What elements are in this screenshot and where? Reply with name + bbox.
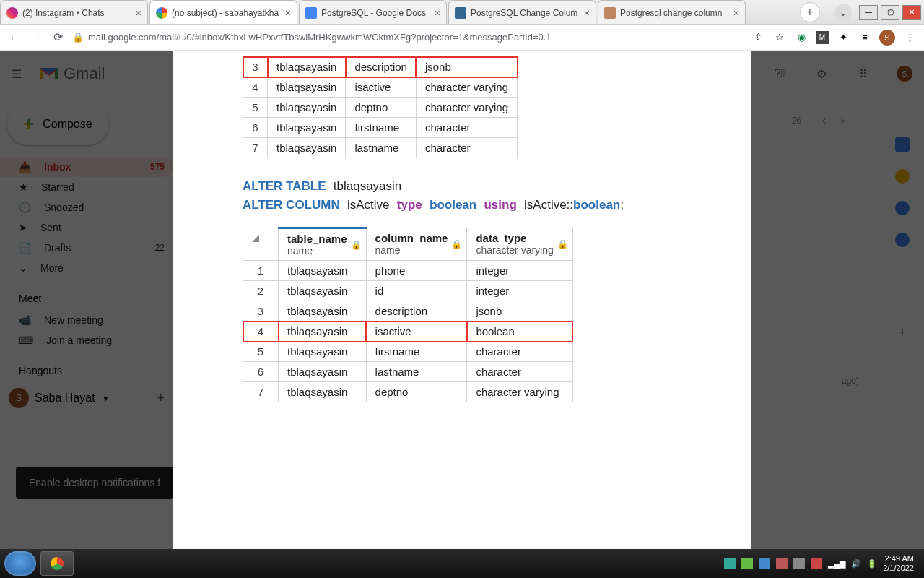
- reading-list-icon[interactable]: ≡: [858, 30, 872, 45]
- battery-icon[interactable]: 🔋: [867, 559, 877, 569]
- tab-label: (2) Instagram • Chats: [22, 8, 131, 18]
- cell-table-name: tblaqsayasin: [279, 301, 367, 322]
- flag-icon[interactable]: [811, 558, 822, 569]
- cell-table-name: tblaqsayasin: [268, 118, 346, 138]
- clock-date: 2/1/2022: [883, 564, 914, 573]
- reload-button[interactable]: ⟳: [51, 30, 65, 45]
- row-index: 5: [243, 342, 279, 362]
- close-icon[interactable]: ×: [584, 7, 590, 19]
- cell-data-type: character varying: [416, 77, 517, 98]
- row-index: 7: [243, 138, 268, 158]
- tray-icon[interactable]: [776, 558, 788, 569]
- tab-label: PostgreSQL - Google Docs: [321, 8, 430, 18]
- new-tab-button[interactable]: +: [800, 2, 820, 22]
- tab-instagram[interactable]: (2) Instagram • Chats ×: [0, 0, 148, 24]
- col-header-column-name[interactable]: column_namename🔒: [366, 228, 467, 261]
- table-row[interactable]: 7tblaqsayasindeptnocharacter varying: [243, 382, 573, 402]
- col-header-data-type[interactable]: data_typecharacter varying🔒: [467, 228, 572, 261]
- wifi-icon[interactable]: ▂▄▆: [828, 559, 845, 569]
- chrome-avatar[interactable]: S: [879, 30, 895, 46]
- volume-icon[interactable]: 🔊: [851, 559, 861, 569]
- close-icon[interactable]: ×: [733, 7, 739, 19]
- cell-table-name: tblaqsayasin: [268, 57, 346, 77]
- cell-data-type: character: [416, 138, 517, 158]
- chrome-profile-button[interactable]: ⌄: [834, 4, 852, 21]
- cell-table-name: tblaqsayasin: [268, 98, 346, 118]
- cell-column-name: lastname: [346, 138, 417, 158]
- col-header-table-name[interactable]: table_namename🔒: [279, 228, 367, 261]
- cell-column-name: isactive: [366, 322, 467, 342]
- lock-icon: 🔒: [451, 239, 462, 249]
- extension-m-icon[interactable]: M: [816, 31, 829, 44]
- minimize-button[interactable]: —: [859, 5, 878, 20]
- tray-icon[interactable]: [759, 558, 770, 569]
- cell-table-name: tblaqsayasin: [279, 342, 367, 362]
- row-index: 7: [243, 382, 279, 402]
- row-index: 3: [243, 301, 279, 322]
- cell-data-type: boolean: [467, 322, 572, 342]
- attachment-lightbox: 3tblaqsayasindescriptionjsonb4tblaqsayas…: [173, 51, 751, 549]
- cell-data-type: character: [416, 118, 517, 138]
- table-row[interactable]: 1tblaqsayasinphoneinteger: [243, 261, 573, 281]
- window-controls: — ▢ ✕: [859, 0, 924, 24]
- table-row[interactable]: 3tblaqsayasindescriptionjsonb: [243, 57, 518, 77]
- table-row[interactable]: 7tblaqsayasinlastnamecharacter: [243, 138, 518, 158]
- bookmark-star-icon[interactable]: ☆: [772, 30, 787, 45]
- tab-pg-column[interactable]: Postgresql change column ×: [598, 0, 746, 24]
- row-index: 2: [243, 281, 279, 301]
- cell-column-name: lastname: [366, 362, 467, 382]
- chrome-icon: [51, 557, 64, 570]
- corner-cell: [243, 228, 279, 261]
- chrome-menu-icon[interactable]: ⋮: [902, 30, 917, 45]
- tab-gmail[interactable]: (no subject) - sabahayatkha ×: [149, 0, 297, 24]
- table-row[interactable]: 6tblaqsayasinfirstnamecharacter: [243, 118, 518, 138]
- cell-data-type: character varying: [416, 98, 517, 118]
- tray-icon[interactable]: [724, 558, 736, 569]
- tray-icon[interactable]: [741, 558, 753, 569]
- table-row[interactable]: 4tblaqsayasinisactivecharacter varying: [243, 77, 518, 98]
- url-field[interactable]: 🔒 mail.google.com/mail/u/0/#inbox/KtbxLw…: [72, 32, 744, 43]
- table-row[interactable]: 3tblaqsayasindescriptionjsonb: [243, 301, 573, 322]
- close-icon[interactable]: ×: [285, 7, 291, 19]
- cell-data-type: jsonb: [467, 301, 572, 322]
- instagram-icon: [6, 7, 18, 19]
- table-row[interactable]: 5tblaqsayasindeptnocharacter varying: [243, 98, 518, 118]
- share-icon[interactable]: ⇪: [751, 30, 765, 45]
- tab-label: (no subject) - sabahayatkha: [172, 8, 281, 18]
- row-index: 5: [243, 98, 268, 118]
- cell-table-name: tblaqsayasin: [268, 77, 346, 98]
- cell-table-name: tblaqsayasin: [279, 382, 367, 402]
- table-row[interactable]: 4tblaqsayasinisactiveboolean: [243, 322, 573, 342]
- close-icon[interactable]: ×: [435, 7, 440, 19]
- row-index: 4: [243, 77, 268, 98]
- tray-icon[interactable]: [793, 558, 805, 569]
- cell-table-name: tblaqsayasin: [279, 322, 367, 342]
- maximize-button[interactable]: ▢: [881, 5, 899, 20]
- start-button[interactable]: [4, 551, 36, 576]
- cell-table-name: tblaqsayasin: [279, 281, 367, 301]
- tab-docs[interactable]: PostgreSQL - Google Docs ×: [299, 0, 447, 24]
- cell-column-name: deptno: [366, 382, 467, 402]
- taskbar-chrome-button[interactable]: [40, 551, 74, 576]
- cell-table-name: tblaqsayasin: [279, 362, 367, 382]
- schema-table-before: 3tblaqsayasindescriptionjsonb4tblaqsayas…: [243, 56, 518, 158]
- tab-pg-change[interactable]: PostgreSQL Change Colum ×: [448, 0, 596, 24]
- extensions-icon[interactable]: ✦: [836, 30, 850, 45]
- cell-data-type: integer: [467, 281, 572, 301]
- cell-column-name: firstname: [346, 118, 417, 138]
- forward-button[interactable]: →: [29, 30, 43, 45]
- cell-data-type: character: [467, 362, 572, 382]
- clock[interactable]: 2:49 AM 2/1/2022: [883, 554, 914, 573]
- table-row[interactable]: 2tblaqsayasinidinteger: [243, 281, 573, 301]
- table-row[interactable]: 6tblaqsayasinlastnamecharacter: [243, 362, 573, 382]
- close-window-button[interactable]: ✕: [902, 5, 921, 20]
- browser-titlebar: (2) Instagram • Chats × (no subject) - s…: [0, 0, 924, 25]
- table-row[interactable]: 5tblaqsayasinfirstnamecharacter: [243, 342, 573, 362]
- tab-label: PostgreSQL Change Colum: [471, 8, 580, 18]
- cell-data-type: character: [467, 342, 572, 362]
- close-icon[interactable]: ×: [136, 7, 141, 19]
- tab-label: Postgresql change column: [620, 8, 729, 18]
- browser-tabs: (2) Instagram • Chats × (no subject) - s…: [0, 0, 794, 24]
- grammarly-icon[interactable]: ◉: [794, 30, 808, 45]
- back-button[interactable]: ←: [7, 30, 22, 45]
